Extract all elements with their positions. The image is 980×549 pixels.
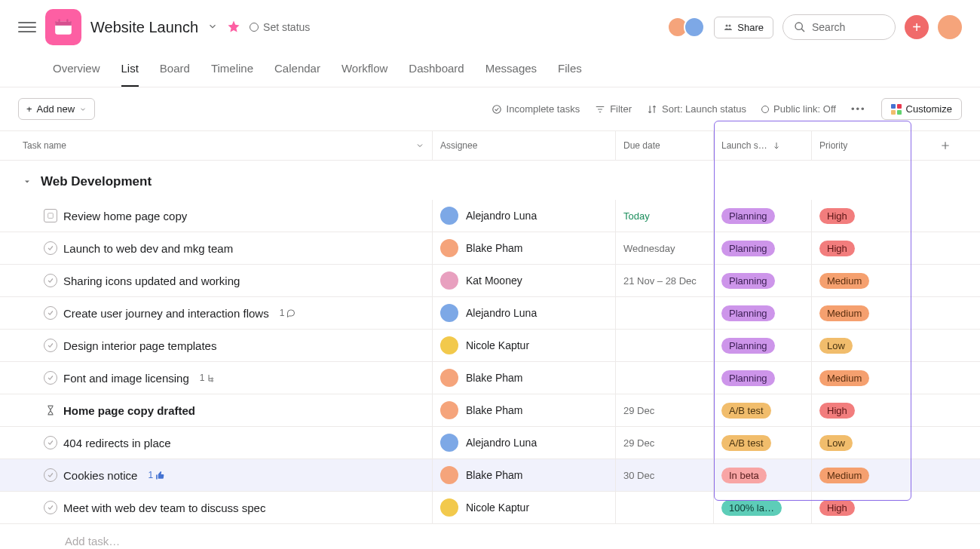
assignee-cell[interactable]: Blake Pham [433, 232, 616, 264]
task-row[interactable]: Launch to web dev and mkg teamBlake Pham… [0, 232, 980, 265]
share-button[interactable]: Share [714, 17, 773, 38]
tab-files[interactable]: Files [558, 54, 582, 87]
favorite-star-icon[interactable] [227, 20, 240, 35]
assignee-cell[interactable]: Blake Pham [433, 459, 616, 491]
assignee-cell[interactable]: Alejandro Luna [433, 427, 616, 459]
assignee-cell[interactable]: Nicole Kaptur [433, 492, 616, 523]
more-options-button[interactable]: ••• [851, 103, 866, 115]
task-row[interactable]: Design interior page templatesNicole Kap… [0, 330, 980, 362]
assignee-cell[interactable]: Alejandro Luna [433, 297, 616, 329]
user-avatar[interactable] [938, 15, 962, 39]
priority-cell[interactable]: Low [812, 330, 910, 361]
public-link-button[interactable]: Public link: Off [761, 103, 836, 115]
add-column-button[interactable] [910, 131, 980, 160]
status-cell[interactable]: Planning [714, 265, 812, 296]
complete-checkbox[interactable] [44, 436, 57, 449]
project-dropdown-icon[interactable] [207, 21, 218, 34]
sort-button[interactable]: Sort: Launch status [647, 103, 746, 115]
status-cell[interactable]: Planning [714, 232, 812, 264]
global-add-button[interactable]: + [905, 15, 929, 39]
priority-badge: High [819, 403, 855, 419]
status-cell[interactable]: A/B test [714, 427, 812, 459]
tab-calendar[interactable]: Calendar [274, 54, 320, 87]
search-input[interactable]: Search [782, 14, 896, 40]
task-row[interactable]: Review home page copyAlejandro LunaToday… [0, 200, 980, 232]
due-date-cell[interactable]: 30 Dec [616, 459, 714, 491]
due-date-cell[interactable]: Today [616, 200, 714, 232]
column-assignee[interactable]: Assignee [433, 131, 616, 160]
due-date-cell[interactable]: 29 Dec [616, 394, 714, 426]
task-name: Create user journey and interaction flow… [63, 307, 269, 320]
status-cell[interactable]: 100% la… [714, 492, 812, 523]
tab-timeline[interactable]: Timeline [211, 54, 253, 87]
complete-checkbox[interactable] [44, 468, 57, 482]
due-date-cell[interactable] [616, 330, 714, 361]
tab-workflow[interactable]: Workflow [341, 54, 387, 87]
priority-cell[interactable]: Medium [812, 459, 910, 491]
complete-checkbox[interactable] [44, 339, 57, 352]
due-date-cell[interactable] [616, 297, 714, 329]
status-cell[interactable]: Planning [714, 330, 812, 361]
complete-checkbox[interactable] [44, 501, 57, 514]
due-date-cell[interactable] [616, 492, 714, 523]
priority-cell[interactable]: High [812, 200, 910, 232]
complete-checkbox[interactable] [44, 274, 57, 287]
status-cell[interactable]: Planning [714, 297, 812, 329]
priority-cell[interactable]: High [812, 232, 910, 264]
priority-cell[interactable]: Medium [812, 362, 910, 394]
status-cell[interactable]: Planning [714, 200, 812, 232]
task-row[interactable]: Sharing icons updated and workingKat Moo… [0, 265, 980, 297]
task-row[interactable]: Create user journey and interaction flow… [0, 297, 980, 330]
column-task-name[interactable]: Task name [0, 131, 433, 160]
assignee-cell[interactable]: Kat Mooney [433, 265, 616, 296]
priority-cell[interactable]: High [812, 492, 910, 523]
priority-cell[interactable]: High [812, 394, 910, 426]
complete-checkbox[interactable] [44, 371, 57, 385]
task-row[interactable]: Font and image licensing1 Blake PhamPlan… [0, 362, 980, 394]
hamburger-menu[interactable] [18, 18, 36, 36]
customize-button[interactable]: Customize [881, 98, 962, 120]
column-launch-status[interactable]: Launch s… [714, 131, 812, 160]
task-row[interactable]: Home page copy draftedBlake Pham29 DecA/… [0, 394, 980, 427]
due-date-cell[interactable]: Wednesday [616, 232, 714, 264]
set-status-button[interactable]: Set status [250, 21, 310, 33]
section-header[interactable]: Web Development [0, 161, 980, 200]
tab-list[interactable]: List [121, 54, 139, 87]
completion-filter[interactable]: Incomplete tasks [492, 103, 580, 115]
assignee-cell[interactable]: Blake Pham [433, 362, 616, 394]
add-task-row[interactable]: Add task… [0, 524, 980, 549]
priority-cell[interactable]: Low [812, 427, 910, 459]
milestone-icon [44, 209, 57, 222]
column-due-date[interactable]: Due date [616, 131, 714, 160]
add-new-button[interactable]: + Add new [18, 98, 95, 120]
column-priority[interactable]: Priority [812, 131, 910, 160]
status-cell[interactable]: A/B test [714, 394, 812, 426]
task-row[interactable]: Cookies notice1 Blake Pham30 DecIn betaM… [0, 459, 980, 492]
priority-cell[interactable]: Medium [812, 265, 910, 296]
due-date-cell[interactable] [616, 362, 714, 394]
assignee-name: Alejandro Luna [466, 437, 537, 449]
priority-badge: Low [819, 338, 853, 354]
assignee-cell[interactable]: Alejandro Luna [433, 200, 616, 232]
task-row[interactable]: 404 redirects in placeAlejandro Luna29 D… [0, 427, 980, 459]
task-name: Meet with web dev team to discuss spec [63, 501, 265, 514]
filter-button[interactable]: Filter [595, 103, 632, 115]
public-link-label: Public link: Off [773, 103, 836, 115]
status-cell[interactable]: Planning [714, 362, 812, 394]
status-cell[interactable]: In beta [714, 459, 812, 491]
complete-checkbox[interactable] [44, 241, 57, 255]
svg-rect-8 [48, 213, 54, 219]
assignee-cell[interactable]: Blake Pham [433, 394, 616, 426]
status-badge: Planning [721, 208, 775, 224]
due-date-cell[interactable]: 21 Nov – 28 Dec [616, 265, 714, 296]
tab-messages[interactable]: Messages [485, 54, 537, 87]
priority-cell[interactable]: Medium [812, 297, 910, 329]
tab-overview[interactable]: Overview [53, 54, 100, 87]
due-date-cell[interactable]: 29 Dec [616, 427, 714, 459]
member-avatars[interactable] [672, 17, 705, 38]
tab-dashboard[interactable]: Dashboard [409, 54, 464, 87]
tab-board[interactable]: Board [160, 54, 190, 87]
assignee-cell[interactable]: Nicole Kaptur [433, 330, 616, 361]
task-row[interactable]: Meet with web dev team to discuss specNi… [0, 492, 980, 524]
complete-checkbox[interactable] [44, 306, 57, 320]
